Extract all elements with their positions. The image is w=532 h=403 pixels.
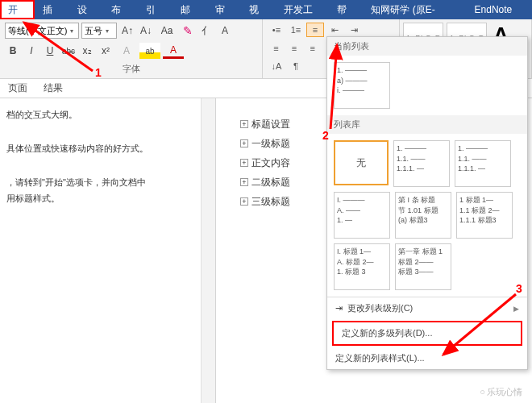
tab-endnote[interactable]: EndNote X9 bbox=[467, 0, 532, 19]
bold-button[interactable]: B bbox=[5, 43, 21, 59]
define-new-multilevel-item[interactable]: 定义新的多级列表(D)... bbox=[332, 321, 522, 346]
outline-plus-icon[interactable]: + bbox=[240, 120, 248, 128]
outline-item-label: 二级标题 bbox=[251, 172, 290, 192]
change-list-level-item[interactable]: ⇥更改列表级别(C)▶ bbox=[327, 297, 527, 319]
subscript-button[interactable]: x₂ bbox=[79, 43, 95, 59]
font-size-combo[interactable]: 五号▾ bbox=[81, 23, 117, 39]
nav-text-line: ，请转到"开始"选项卡，并向文档中 bbox=[6, 174, 194, 191]
grow-font-button[interactable]: A↑ bbox=[119, 23, 135, 39]
font-color-button[interactable]: A bbox=[163, 43, 184, 59]
underline-button[interactable]: U bbox=[42, 43, 58, 59]
list-cell[interactable]: 1. ——— 1.1. —— 1.1.1. — bbox=[455, 140, 511, 187]
list-cell[interactable]: I. 标题 1— A. 标题 2— 1. 标题 3 bbox=[334, 243, 390, 290]
italic-button[interactable]: I bbox=[23, 43, 39, 59]
sort-button[interactable]: ↓A bbox=[268, 59, 285, 73]
submenu-arrow-icon: ▶ bbox=[513, 305, 519, 313]
align-left-button[interactable]: ≡ bbox=[268, 41, 285, 56]
outline-item-label: 三级标题 bbox=[251, 192, 290, 211]
font-name-combo[interactable]: 等线(中文正文)▾ bbox=[5, 23, 79, 39]
nav-results[interactable]: 结果 bbox=[44, 81, 63, 95]
font-group-label: 字体 bbox=[5, 63, 257, 75]
text-effects-button[interactable]: A bbox=[116, 43, 137, 59]
list-cell[interactable]: I. ——— A. —— 1. — bbox=[334, 192, 390, 239]
font-size-value: 五号 bbox=[85, 25, 102, 37]
tab-devtools[interactable]: 开发工具 bbox=[276, 0, 329, 19]
outline-plus-icon[interactable]: + bbox=[240, 178, 248, 186]
strike-button[interactable]: abc bbox=[60, 43, 77, 59]
font-name-value: 等线(中文正文) bbox=[8, 25, 67, 37]
list-cell[interactable]: 第一章 标题 1 标题 2—— 标题 3—— bbox=[395, 243, 451, 290]
watermark: 乐玩心情 bbox=[480, 386, 522, 398]
outline-plus-icon[interactable]: + bbox=[240, 139, 248, 147]
phonetic-button[interactable]: ⺅ bbox=[198, 23, 214, 39]
current-list-cell[interactable]: 1. ——— a) ——— i. ——— bbox=[334, 62, 390, 109]
outline-item-label: 标题设置 bbox=[251, 114, 290, 134]
font-group: 等线(中文正文)▾ 五号▾ A↑ A↓ Aa ✎ ⺅ A B I U abc x… bbox=[0, 19, 263, 78]
navigation-pane: 档的交互式大纲。 具体位置或快速移动内容的好方式。 ，请转到"开始"选项卡，并向… bbox=[0, 98, 202, 403]
tab-layout[interactable]: 布局 bbox=[103, 0, 138, 19]
tab-mail[interactable]: 邮件 bbox=[172, 0, 207, 19]
superscript-button[interactable]: x² bbox=[98, 43, 114, 59]
define-new-list-style-item[interactable]: 定义新的列表样式(L)... bbox=[327, 347, 527, 369]
nav-text-line: 档的交互式大纲。 bbox=[6, 106, 194, 123]
tab-design[interactable]: 设计 bbox=[69, 0, 104, 19]
tab-insert[interactable]: 插入 bbox=[35, 0, 69, 19]
tab-home[interactable]: 开始 bbox=[0, 0, 35, 19]
char-border-button[interactable]: A bbox=[217, 23, 233, 39]
bullets-button[interactable]: •≡ bbox=[268, 23, 285, 37]
change-case-button[interactable]: Aa bbox=[156, 23, 177, 39]
decrease-indent-button[interactable]: ⇤ bbox=[326, 23, 343, 37]
tab-view[interactable]: 视图 bbox=[241, 0, 276, 19]
indent-icon: ⇥ bbox=[335, 303, 343, 314]
caret-icon: ▾ bbox=[106, 27, 109, 35]
menu-bar: 开始 插入 设计 布局 引用 邮件 审阅 视图 开发工具 帮助 知网研学 (原E… bbox=[0, 0, 532, 19]
outline-plus-icon[interactable]: + bbox=[240, 159, 248, 167]
outline-plus-icon[interactable]: + bbox=[240, 197, 248, 206]
nav-text-line: 具体位置或快速移动内容的好方式。 bbox=[6, 140, 194, 157]
list-cell[interactable]: 1. ——— 1.1. —— 1.1.1. — bbox=[393, 140, 450, 187]
tab-help[interactable]: 帮助 bbox=[329, 0, 364, 19]
vertical-ruler bbox=[202, 98, 216, 403]
show-marks-button[interactable]: ¶ bbox=[287, 59, 305, 73]
clear-format-button[interactable]: ✎ bbox=[180, 23, 196, 39]
outline-item-label: 正文内容 bbox=[251, 153, 290, 172]
align-center-button[interactable]: ≡ bbox=[286, 41, 303, 56]
nav-page[interactable]: 页面 bbox=[8, 81, 27, 95]
tab-cnki[interactable]: 知网研学 (原E-Study) bbox=[363, 0, 466, 19]
list-none-cell[interactable]: 无 bbox=[334, 140, 389, 185]
multilevel-list-button[interactable]: ≡ bbox=[306, 23, 324, 37]
multilevel-list-dropdown: 当前列表 1. ——— a) ——— i. ——— 列表库 无 1. ——— 1… bbox=[326, 36, 528, 370]
nav-text-line: 用标题样式。 bbox=[6, 190, 194, 207]
shrink-font-button[interactable]: A↓ bbox=[138, 23, 154, 39]
list-cell[interactable]: 1 标题 1— 1.1 标题 2— 1.1.1 标题3 bbox=[456, 192, 513, 239]
increase-indent-button[interactable]: ⇥ bbox=[345, 23, 363, 37]
highlight-button[interactable]: ab bbox=[139, 43, 160, 59]
numbering-button[interactable]: 1≡ bbox=[287, 23, 305, 37]
dd-library-label: 列表库 bbox=[327, 115, 527, 134]
dd-current-label: 当前列表 bbox=[327, 37, 527, 56]
align-right-button[interactable]: ≡ bbox=[304, 41, 321, 56]
outline-item-label: 一级标题 bbox=[251, 134, 290, 153]
caret-icon: ▾ bbox=[70, 27, 73, 35]
list-cell[interactable]: 第 I 条 标题 节 1.01 标题 (a) 标题3 bbox=[395, 192, 451, 239]
tab-references[interactable]: 引用 bbox=[138, 0, 172, 19]
tab-review[interactable]: 审阅 bbox=[207, 0, 242, 19]
